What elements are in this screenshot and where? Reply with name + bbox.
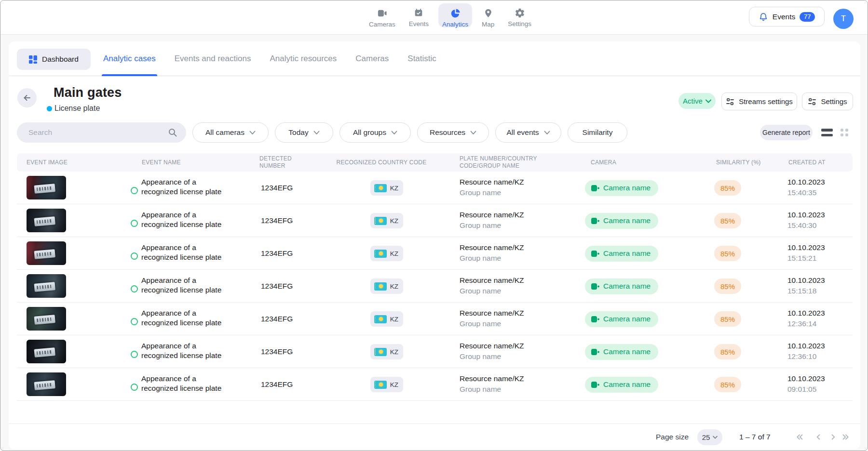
generate-report-button[interactable]: Generate report xyxy=(760,125,813,140)
events-count-badge: 77 xyxy=(800,12,815,22)
tab-analytic-cases[interactable]: Analytic cases xyxy=(103,41,156,76)
detected-number: 1234EFG xyxy=(261,237,293,270)
sliders-icon xyxy=(808,97,816,106)
camera-name: Camera name xyxy=(603,380,651,389)
event-image[interactable] xyxy=(27,274,66,298)
resource-name: Resource name/KZ xyxy=(460,177,524,187)
last-page-button[interactable] xyxy=(841,431,852,443)
nav-item-analytics[interactable]: Analytics xyxy=(438,3,472,27)
filter-all-cameras[interactable]: All cameras xyxy=(192,122,269,143)
nav-item-map[interactable]: Map xyxy=(478,3,498,27)
col-detected-number: DETECTED NUMBER xyxy=(259,153,308,172)
nav-label-map: Map xyxy=(482,21,494,28)
events-button-label: Events xyxy=(773,13,795,21)
event-status-ring-icon xyxy=(131,351,138,358)
group-name: Group name xyxy=(460,385,524,393)
country-code-label: KZ xyxy=(390,250,398,257)
filter-resources[interactable]: Resources xyxy=(417,122,489,143)
event-image[interactable] xyxy=(27,209,66,232)
event-image[interactable] xyxy=(27,372,66,396)
event-image[interactable] xyxy=(27,340,66,363)
resource-name: Resource name/KZ xyxy=(460,276,524,285)
camera-badge[interactable]: Camera name xyxy=(585,180,658,196)
country-code-badge: KZ xyxy=(370,311,403,327)
streams-settings-label: Streams settings xyxy=(739,97,793,106)
col-event-name: EVENT NAME xyxy=(142,153,181,172)
camera-badge[interactable]: Camera name xyxy=(585,213,658,229)
event-name: Appearance of a recognized license plate xyxy=(141,374,233,393)
event-name: Appearance of a recognized license plate xyxy=(141,341,233,360)
case-settings-button[interactable]: Settings xyxy=(802,93,853,110)
grid-view-icon[interactable] xyxy=(841,129,848,136)
tab-cameras[interactable]: Cameras xyxy=(355,41,389,76)
camera-icon xyxy=(591,251,599,257)
filter-all-events[interactable]: All events xyxy=(495,122,561,143)
nav-item-settings[interactable]: Settings xyxy=(504,3,535,27)
filter-all-groups[interactable]: All groups xyxy=(339,122,411,143)
table-row[interactable]: Appearance of a recognized license plate… xyxy=(17,204,853,237)
created-date: 10.10.2023 xyxy=(787,243,825,252)
camera-name: Camera name xyxy=(603,216,651,225)
nav-item-events[interactable]: Events xyxy=(405,3,433,27)
avatar[interactable]: T xyxy=(833,9,854,29)
camera-name: Camera name xyxy=(603,184,651,192)
list-view-icon[interactable] xyxy=(821,129,833,136)
page-size-select[interactable]: 25 xyxy=(697,429,722,445)
created-date: 10.10.2023 xyxy=(787,210,825,220)
detected-number: 1234EFG xyxy=(261,172,293,204)
tab-analytic-resources[interactable]: Analytic resources xyxy=(270,41,337,76)
camera-badge[interactable]: Camera name xyxy=(585,344,658,360)
table-row[interactable]: Appearance of a recognized license plate… xyxy=(17,237,853,270)
event-image[interactable] xyxy=(27,307,66,331)
back-button[interactable] xyxy=(17,88,37,107)
table-row[interactable]: Appearance of a recognized license plate… xyxy=(17,303,853,335)
country-code-label: KZ xyxy=(390,185,398,192)
next-page-button[interactable] xyxy=(827,431,839,443)
created-time: 15:15:21 xyxy=(787,254,825,262)
page-subtitle: License plate xyxy=(47,104,100,113)
camera-badge[interactable]: Camera name xyxy=(585,311,658,327)
events-notifications-button[interactable]: Events 77 xyxy=(749,7,825,27)
table-row[interactable]: Appearance of a recognized license plate… xyxy=(17,172,853,204)
search-input[interactable] xyxy=(28,128,163,137)
page-title: Main gates xyxy=(54,85,122,100)
nav-item-cameras[interactable]: Cameras xyxy=(365,3,399,27)
resource-name: Resource name/KZ xyxy=(460,374,524,384)
similarity-badge: 85% xyxy=(714,344,741,359)
resource-name: Resource name/KZ xyxy=(460,308,524,318)
kz-flag-icon xyxy=(374,381,387,389)
kz-flag-icon xyxy=(374,348,387,356)
analytics-icon xyxy=(450,8,461,19)
table-row[interactable]: Appearance of a recognized license plate… xyxy=(17,270,853,303)
page-size-label: Page size xyxy=(656,433,689,441)
country-code-label: KZ xyxy=(390,283,398,290)
event-image[interactable] xyxy=(27,241,66,265)
tabs-row: Dashboard Analytic casesEvents and react… xyxy=(9,41,860,76)
table-row[interactable]: Appearance of a recognized license plate… xyxy=(17,368,853,401)
event-image[interactable] xyxy=(27,176,66,199)
col-plate-number: PLATE NUMBER/COUNTRY CODE/GROUP NAME xyxy=(460,153,541,172)
nav-label-settings: Settings xyxy=(508,20,531,27)
table-row[interactable]: Appearance of a recognized license plate… xyxy=(17,335,853,368)
country-code-badge: KZ xyxy=(370,213,403,228)
filter-similarity[interactable]: Similarity xyxy=(568,122,627,143)
status-dropdown[interactable]: Active xyxy=(678,93,716,109)
chevron-down-icon xyxy=(470,131,476,135)
created-time: 15:40:35 xyxy=(787,188,825,197)
search-icon[interactable] xyxy=(168,128,177,139)
table-body: Appearance of a recognized license plate… xyxy=(17,172,853,401)
streams-settings-button[interactable]: Streams settings xyxy=(721,93,797,110)
prev-page-button[interactable] xyxy=(813,431,824,443)
chevron-down-icon xyxy=(544,131,550,135)
camera-badge[interactable]: Camera name xyxy=(585,377,658,393)
first-page-button[interactable] xyxy=(793,431,805,443)
tab-statistic[interactable]: Statistic xyxy=(407,41,436,76)
dashboard-button[interactable]: Dashboard xyxy=(17,49,91,70)
tab-events-and-reactions[interactable]: Events and reactions xyxy=(175,41,251,76)
camera-badge[interactable]: Camera name xyxy=(585,279,658,294)
event-status-ring-icon xyxy=(131,318,138,325)
similarity-badge: 85% xyxy=(714,279,741,294)
camera-badge[interactable]: Camera name xyxy=(585,246,658,262)
filter-today[interactable]: Today xyxy=(275,122,333,143)
tabs: Analytic casesEvents and reactionsAnalyt… xyxy=(103,41,436,76)
